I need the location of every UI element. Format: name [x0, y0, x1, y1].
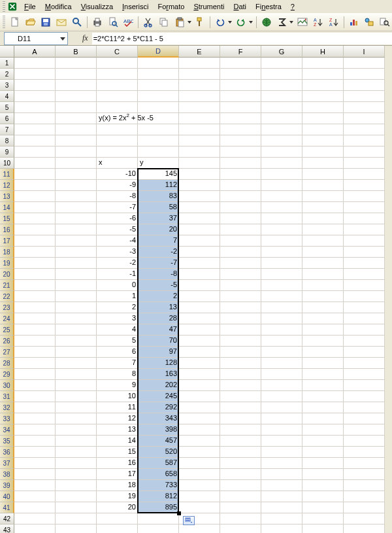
row-header-8[interactable]: 8 [0, 135, 14, 146]
cell-H38[interactable] [302, 469, 344, 480]
cell-A4[interactable] [14, 91, 56, 102]
cell-I20[interactable] [344, 269, 385, 280]
cell-B12[interactable] [56, 180, 97, 191]
cell-G22[interactable] [261, 291, 302, 302]
cell-G19[interactable] [261, 258, 302, 269]
cell-A19[interactable] [14, 258, 56, 269]
cell-E38[interactable] [179, 469, 220, 480]
cell-B5[interactable] [56, 102, 97, 113]
cell-A6[interactable] [14, 113, 56, 124]
cell-G25[interactable] [261, 324, 302, 335]
row-header-33[interactable]: 33 [0, 413, 14, 424]
cell-B25[interactable] [56, 324, 97, 335]
cell-A43[interactable] [14, 524, 56, 533]
cell-A12[interactable] [14, 180, 56, 191]
cell-I34[interactable] [344, 424, 385, 436]
cell-I38[interactable] [344, 469, 385, 480]
cell-H2[interactable] [302, 69, 344, 80]
cell-F38[interactable] [220, 469, 261, 480]
cell-I4[interactable] [344, 91, 385, 102]
cell-F7[interactable] [220, 124, 261, 135]
sort-asc-icon[interactable]: AZ [311, 15, 325, 29]
cell-G43[interactable] [261, 524, 302, 533]
column-header-C[interactable]: C [97, 46, 138, 58]
cell-H28[interactable] [302, 358, 344, 369]
cell-G10[interactable] [261, 158, 302, 169]
cell-I40[interactable] [344, 491, 385, 502]
cell-A16[interactable] [14, 224, 56, 235]
cell-I30[interactable] [344, 380, 385, 391]
cell-B28[interactable] [56, 358, 97, 369]
cell-H7[interactable] [302, 124, 344, 135]
new-icon[interactable] [8, 15, 22, 29]
cell-B19[interactable] [56, 258, 97, 269]
row-header-40[interactable]: 40 [0, 491, 14, 502]
cell-A20[interactable] [14, 269, 56, 280]
cell-H21[interactable] [302, 280, 344, 291]
cell-G42[interactable] [261, 513, 302, 524]
cell-A13[interactable] [14, 191, 56, 202]
cell-H13[interactable] [302, 191, 344, 202]
cell-I6[interactable] [344, 113, 385, 124]
cell-F33[interactable] [220, 413, 261, 424]
undo-icon[interactable] [213, 15, 227, 29]
row-header-11[interactable]: 11 [0, 169, 14, 180]
cell-H15[interactable] [302, 213, 344, 224]
cell-B14[interactable] [56, 202, 97, 213]
cell-C3[interactable] [97, 80, 138, 91]
cell-E8[interactable] [179, 135, 220, 146]
cell-G5[interactable] [261, 102, 302, 113]
cell-I8[interactable] [344, 135, 385, 146]
cell-E18[interactable] [179, 247, 220, 258]
cell-B4[interactable] [56, 91, 97, 102]
row-header-2[interactable]: 2 [0, 69, 14, 80]
cell-C1[interactable] [97, 58, 138, 69]
cell-I5[interactable] [344, 102, 385, 113]
cell-H12[interactable] [302, 180, 344, 191]
row-header-9[interactable]: 9 [0, 146, 14, 158]
cell-I32[interactable] [344, 402, 385, 413]
cell-I33[interactable] [344, 413, 385, 424]
select-all-corner[interactable] [0, 46, 14, 58]
cell-D3[interactable] [138, 80, 179, 91]
cell-F1[interactable] [220, 58, 261, 69]
cell-I2[interactable] [344, 69, 385, 80]
row-header-39[interactable]: 39 [0, 480, 14, 491]
cell-G41[interactable] [261, 502, 302, 513]
cell-G15[interactable] [261, 213, 302, 224]
cell-E3[interactable] [179, 80, 220, 91]
cell-H32[interactable] [302, 402, 344, 413]
cell-B18[interactable] [56, 247, 97, 258]
cell-B35[interactable] [56, 436, 97, 447]
cell-E10[interactable] [179, 158, 220, 169]
cell-G16[interactable] [261, 224, 302, 235]
cell-A14[interactable] [14, 202, 56, 213]
cell-D8[interactable] [138, 135, 179, 146]
cell-E26[interactable] [179, 335, 220, 347]
cell-G32[interactable] [261, 402, 302, 413]
cut-icon[interactable] [141, 15, 155, 29]
cell-A9[interactable] [14, 146, 56, 158]
cell-B36[interactable] [56, 447, 97, 458]
menu-finestra[interactable]: Finestra [252, 1, 286, 12]
cell-G39[interactable] [261, 480, 302, 491]
cell-H42[interactable] [302, 513, 344, 524]
cell-H22[interactable] [302, 291, 344, 302]
cell-B10[interactable] [56, 158, 97, 169]
cell-I39[interactable] [344, 480, 385, 491]
cell-A23[interactable] [14, 302, 56, 313]
row-header-36[interactable]: 36 [0, 447, 14, 458]
cell-F37[interactable] [220, 458, 261, 469]
cell-I13[interactable] [344, 191, 385, 202]
cell-F25[interactable] [220, 324, 261, 335]
row-header-13[interactable]: 13 [0, 191, 14, 202]
cell-E29[interactable] [179, 369, 220, 380]
print-icon[interactable] [90, 15, 105, 29]
cell-I17[interactable] [344, 235, 385, 247]
cell-F34[interactable] [220, 424, 261, 436]
cell-H18[interactable] [302, 247, 344, 258]
cell-I7[interactable] [344, 124, 385, 135]
cell-H14[interactable] [302, 202, 344, 213]
cell-G28[interactable] [261, 358, 302, 369]
cell-B6[interactable] [56, 113, 97, 124]
